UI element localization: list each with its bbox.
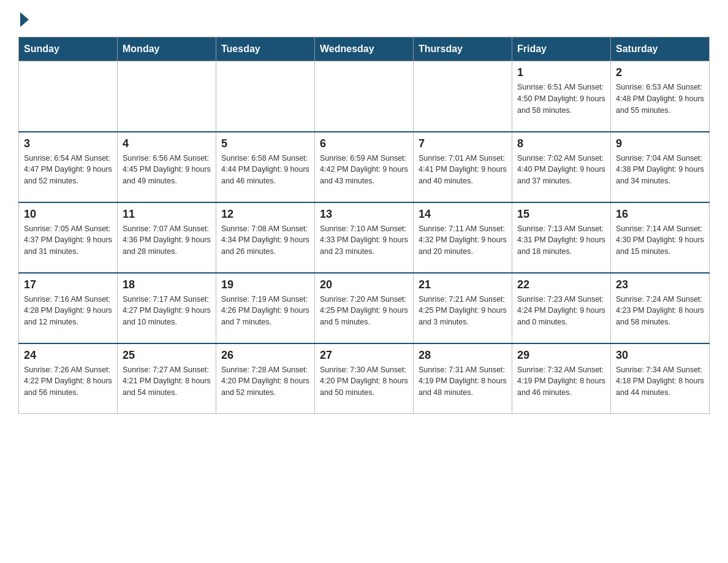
day-number: 15	[517, 208, 605, 221]
day-info: Sunrise: 7:31 AM Sunset: 4:19 PM Dayligh…	[419, 364, 507, 399]
week-row-4: 17Sunrise: 7:16 AM Sunset: 4:28 PM Dayli…	[19, 273, 710, 343]
day-info: Sunrise: 7:30 AM Sunset: 4:20 PM Dayligh…	[320, 364, 408, 399]
day-number: 6	[320, 137, 408, 150]
weekday-header-friday: Friday	[512, 37, 611, 61]
day-info: Sunrise: 7:21 AM Sunset: 4:25 PM Dayligh…	[419, 294, 507, 328]
week-row-1: 1Sunrise: 6:51 AM Sunset: 4:50 PM Daylig…	[19, 61, 710, 132]
calendar-cell: 23Sunrise: 7:24 AM Sunset: 4:23 PM Dayli…	[611, 273, 710, 343]
day-number: 12	[221, 208, 309, 221]
day-info: Sunrise: 7:02 AM Sunset: 4:40 PM Dayligh…	[517, 153, 605, 187]
calendar-cell	[118, 61, 216, 132]
weekday-header-wednesday: Wednesday	[315, 37, 414, 61]
day-info: Sunrise: 7:19 AM Sunset: 4:26 PM Dayligh…	[221, 294, 309, 328]
weekday-header-tuesday: Tuesday	[216, 37, 315, 61]
day-number: 18	[123, 278, 211, 291]
calendar-cell: 5Sunrise: 6:58 AM Sunset: 4:44 PM Daylig…	[216, 132, 315, 202]
day-info: Sunrise: 6:59 AM Sunset: 4:42 PM Dayligh…	[320, 153, 408, 187]
calendar-cell: 11Sunrise: 7:07 AM Sunset: 4:36 PM Dayli…	[118, 202, 216, 273]
calendar-cell: 13Sunrise: 7:10 AM Sunset: 4:33 PM Dayli…	[315, 202, 414, 273]
calendar-cell: 8Sunrise: 7:02 AM Sunset: 4:40 PM Daylig…	[512, 132, 611, 202]
week-row-2: 3Sunrise: 6:54 AM Sunset: 4:47 PM Daylig…	[19, 132, 710, 202]
calendar-cell	[19, 61, 118, 132]
day-info: Sunrise: 7:32 AM Sunset: 4:19 PM Dayligh…	[517, 364, 605, 399]
calendar-cell: 29Sunrise: 7:32 AM Sunset: 4:19 PM Dayli…	[512, 343, 611, 414]
day-info: Sunrise: 6:58 AM Sunset: 4:44 PM Dayligh…	[221, 153, 309, 187]
calendar-cell: 27Sunrise: 7:30 AM Sunset: 4:20 PM Dayli…	[315, 343, 414, 414]
day-info: Sunrise: 6:51 AM Sunset: 4:50 PM Dayligh…	[517, 82, 605, 116]
calendar-cell: 1Sunrise: 6:51 AM Sunset: 4:50 PM Daylig…	[512, 61, 611, 132]
calendar-cell: 15Sunrise: 7:13 AM Sunset: 4:31 PM Dayli…	[512, 202, 611, 273]
logo-arrow-icon	[20, 12, 29, 27]
calendar-cell: 12Sunrise: 7:08 AM Sunset: 4:34 PM Dayli…	[216, 202, 315, 273]
day-number: 29	[517, 349, 605, 362]
day-info: Sunrise: 7:13 AM Sunset: 4:31 PM Dayligh…	[517, 223, 605, 258]
day-info: Sunrise: 7:04 AM Sunset: 4:38 PM Dayligh…	[616, 153, 704, 187]
calendar-cell	[315, 61, 414, 132]
day-number: 23	[616, 278, 704, 291]
day-info: Sunrise: 7:07 AM Sunset: 4:36 PM Dayligh…	[123, 223, 211, 258]
day-number: 26	[221, 349, 309, 362]
calendar-cell	[216, 61, 315, 132]
day-number: 20	[320, 278, 408, 291]
day-info: Sunrise: 7:23 AM Sunset: 4:24 PM Dayligh…	[517, 294, 605, 328]
calendar-cell: 20Sunrise: 7:20 AM Sunset: 4:25 PM Dayli…	[315, 273, 414, 343]
day-info: Sunrise: 6:56 AM Sunset: 4:45 PM Dayligh…	[123, 153, 211, 187]
day-number: 19	[221, 278, 309, 291]
day-number: 27	[320, 349, 408, 362]
day-info: Sunrise: 6:53 AM Sunset: 4:48 PM Dayligh…	[616, 82, 704, 116]
day-number: 24	[24, 349, 112, 362]
day-info: Sunrise: 7:20 AM Sunset: 4:25 PM Dayligh…	[320, 294, 408, 328]
day-number: 14	[419, 208, 507, 221]
day-number: 11	[123, 208, 211, 221]
calendar-cell: 30Sunrise: 7:34 AM Sunset: 4:18 PM Dayli…	[611, 343, 710, 414]
calendar-cell: 24Sunrise: 7:26 AM Sunset: 4:22 PM Dayli…	[19, 343, 118, 414]
weekday-header-monday: Monday	[118, 37, 216, 61]
weekday-header-sunday: Sunday	[19, 37, 118, 61]
calendar-cell: 25Sunrise: 7:27 AM Sunset: 4:21 PM Dayli…	[118, 343, 216, 414]
calendar-cell: 6Sunrise: 6:59 AM Sunset: 4:42 PM Daylig…	[315, 132, 414, 202]
day-number: 7	[419, 137, 507, 150]
calendar-cell: 4Sunrise: 6:56 AM Sunset: 4:45 PM Daylig…	[118, 132, 216, 202]
day-info: Sunrise: 7:01 AM Sunset: 4:41 PM Dayligh…	[419, 153, 507, 187]
calendar-cell: 16Sunrise: 7:14 AM Sunset: 4:30 PM Dayli…	[611, 202, 710, 273]
logo	[18, 12, 30, 25]
day-number: 5	[221, 137, 309, 150]
day-number: 4	[123, 137, 211, 150]
weekday-header-thursday: Thursday	[414, 37, 512, 61]
day-number: 25	[123, 349, 211, 362]
calendar-cell: 26Sunrise: 7:28 AM Sunset: 4:20 PM Dayli…	[216, 343, 315, 414]
day-number: 17	[24, 278, 112, 291]
day-number: 28	[419, 349, 507, 362]
day-info: Sunrise: 7:10 AM Sunset: 4:33 PM Dayligh…	[320, 223, 408, 258]
day-info: Sunrise: 7:08 AM Sunset: 4:34 PM Dayligh…	[221, 223, 309, 258]
day-info: Sunrise: 7:05 AM Sunset: 4:37 PM Dayligh…	[24, 223, 112, 258]
calendar-cell: 10Sunrise: 7:05 AM Sunset: 4:37 PM Dayli…	[19, 202, 118, 273]
day-info: Sunrise: 7:27 AM Sunset: 4:21 PM Dayligh…	[123, 364, 211, 399]
day-info: Sunrise: 7:17 AM Sunset: 4:27 PM Dayligh…	[123, 294, 211, 328]
day-number: 21	[419, 278, 507, 291]
day-info: Sunrise: 7:11 AM Sunset: 4:32 PM Dayligh…	[419, 223, 507, 258]
calendar-cell: 21Sunrise: 7:21 AM Sunset: 4:25 PM Dayli…	[414, 273, 512, 343]
day-number: 22	[517, 278, 605, 291]
calendar-cell: 18Sunrise: 7:17 AM Sunset: 4:27 PM Dayli…	[118, 273, 216, 343]
day-info: Sunrise: 7:24 AM Sunset: 4:23 PM Dayligh…	[616, 294, 704, 328]
calendar-table: SundayMondayTuesdayWednesdayThursdayFrid…	[18, 37, 710, 414]
day-number: 3	[24, 137, 112, 150]
day-number: 30	[616, 349, 704, 362]
day-info: Sunrise: 7:28 AM Sunset: 4:20 PM Dayligh…	[221, 364, 309, 399]
day-number: 9	[616, 137, 704, 150]
day-info: Sunrise: 7:26 AM Sunset: 4:22 PM Dayligh…	[24, 364, 112, 399]
day-number: 13	[320, 208, 408, 221]
calendar-cell: 28Sunrise: 7:31 AM Sunset: 4:19 PM Dayli…	[414, 343, 512, 414]
day-number: 1	[517, 66, 605, 79]
calendar-cell: 19Sunrise: 7:19 AM Sunset: 4:26 PM Dayli…	[216, 273, 315, 343]
day-info: Sunrise: 6:54 AM Sunset: 4:47 PM Dayligh…	[24, 153, 112, 187]
day-number: 2	[616, 66, 704, 79]
day-info: Sunrise: 7:16 AM Sunset: 4:28 PM Dayligh…	[24, 294, 112, 328]
week-row-3: 10Sunrise: 7:05 AM Sunset: 4:37 PM Dayli…	[19, 202, 710, 273]
day-number: 10	[24, 208, 112, 221]
calendar-cell: 9Sunrise: 7:04 AM Sunset: 4:38 PM Daylig…	[611, 132, 710, 202]
calendar-cell	[414, 61, 512, 132]
calendar-cell: 22Sunrise: 7:23 AM Sunset: 4:24 PM Dayli…	[512, 273, 611, 343]
calendar-cell: 2Sunrise: 6:53 AM Sunset: 4:48 PM Daylig…	[611, 61, 710, 132]
